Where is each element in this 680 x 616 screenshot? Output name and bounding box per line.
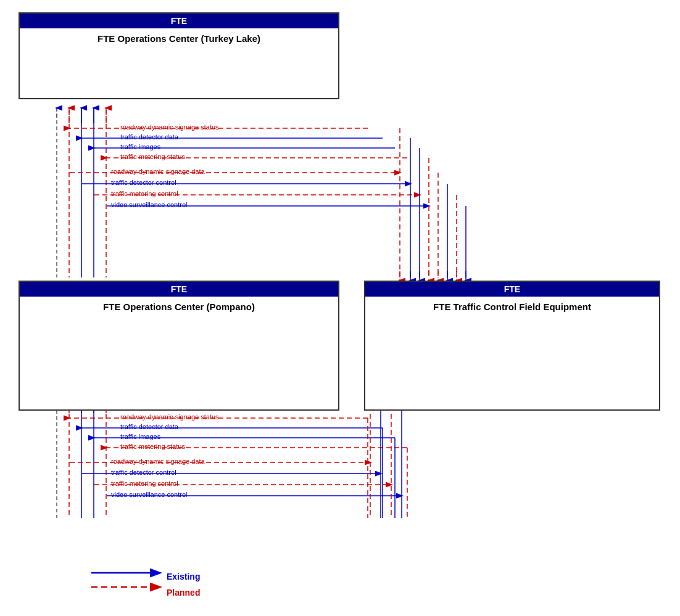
field-equipment-node: FTE FTE Traffic Control Field Equipment bbox=[364, 281, 660, 411]
legend-existing-label: Existing bbox=[167, 572, 200, 581]
top-flow-5-label: roadway dynamic signage data bbox=[111, 168, 205, 175]
field-equipment-title: FTE Traffic Control Field Equipment bbox=[365, 297, 659, 317]
top-flow-2-label: traffic detector data bbox=[120, 133, 178, 141]
bot-flow-8-label: video surveillance control bbox=[111, 491, 188, 498]
turkey-lake-title: FTE Operations Center (Turkey Lake) bbox=[20, 28, 338, 49]
top-flow-6-label: traffic detector control bbox=[111, 179, 176, 186]
pompano-header: FTE bbox=[20, 282, 338, 297]
legend-planned-label: Planned bbox=[167, 588, 200, 598]
top-flow-7-label: traffic metering control bbox=[111, 190, 178, 197]
bot-flow-3-label: traffic images bbox=[120, 433, 160, 440]
bot-flow-1-label: roadway dynamic signage status bbox=[120, 413, 219, 421]
turkey-lake-node: FTE FTE Operations Center (Turkey Lake) bbox=[19, 12, 339, 99]
top-flow-3-label: traffic images bbox=[120, 143, 160, 150]
diagram-container: FTE FTE Operations Center (Turkey Lake) … bbox=[0, 0, 680, 616]
field-equipment-header: FTE bbox=[365, 282, 659, 297]
top-flow-1-label: roadway dynamic signage status bbox=[120, 123, 219, 131]
legend-planned: Planned bbox=[86, 588, 200, 598]
bot-flow-2-label: traffic detector data bbox=[120, 423, 178, 430]
bot-flow-6-label: traffic detector control bbox=[111, 469, 176, 476]
bot-flow-4-label: traffic metering status bbox=[120, 443, 185, 450]
bot-flow-5-label: roadway dynamic signage data bbox=[111, 458, 205, 465]
legend: Existing Planned bbox=[86, 572, 200, 598]
top-flow-8-label: video surveillance control bbox=[111, 201, 188, 208]
top-flow-4-label: traffic metering status bbox=[120, 153, 185, 160]
pompano-title: FTE Operations Center (Pompano) bbox=[20, 297, 338, 317]
legend-existing: Existing bbox=[86, 572, 200, 581]
turkey-lake-header: FTE bbox=[20, 14, 338, 28]
pompano-node: FTE FTE Operations Center (Pompano) bbox=[19, 281, 339, 411]
bot-flow-7-label: traffic metering control bbox=[111, 480, 178, 487]
